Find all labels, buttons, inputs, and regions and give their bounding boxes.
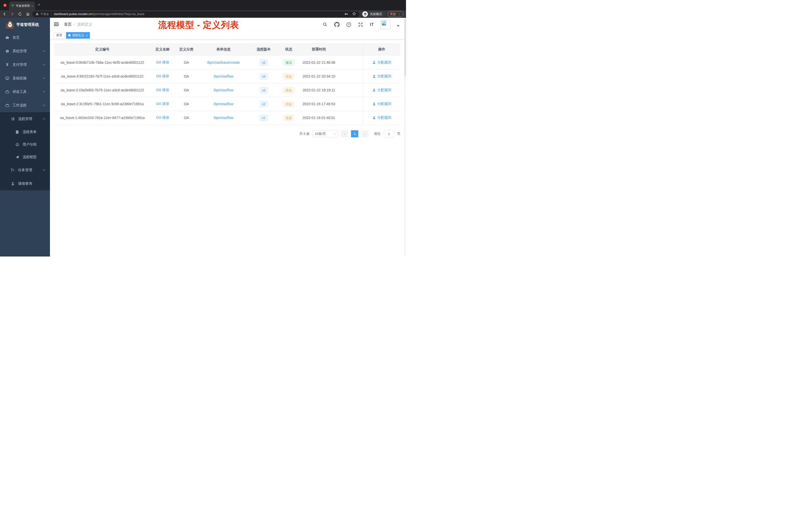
table-row: oa_leave:1:482ec033-762a-11ec-8477-a2380… <box>54 111 401 125</box>
cell-category: OA <box>174 74 198 78</box>
tag-home[interactable]: 首页 <box>54 32 64 39</box>
form-link[interactable]: /bpm/oa/flow <box>213 88 233 92</box>
definition-name-link[interactable]: OA 请假 <box>156 60 169 64</box>
search-icon[interactable] <box>323 22 327 27</box>
sidebar: 芋道管理系统 首页 系统管理 ¥ 支付管理 <box>0 18 50 256</box>
form-link[interactable]: /bpm/oa/flow <box>213 102 233 106</box>
sidebar-item-infrastructure[interactable]: 基础设施 <box>0 71 50 85</box>
chevron-down-icon <box>43 50 45 52</box>
favicon-seedling-icon <box>11 4 14 8</box>
sidebar-item-process-management[interactable]: 流程管理 <box>0 112 50 126</box>
assign-rule-button[interactable]: 分配规则 <box>372 74 392 79</box>
definition-name-link[interactable]: OA 请假 <box>156 74 169 78</box>
sidebar-logo-row[interactable]: 芋道管理系统 <box>0 18 50 31</box>
assign-rule-button[interactable]: 分配规则 <box>372 116 392 120</box>
browser-toolbar: 不安全 dashboard.yudao.iocoder.cn/bpm/manag… <box>0 10 406 18</box>
browser-tab[interactable]: 芋道管理系统 × <box>9 1 35 10</box>
sidebar-item-process-form[interactable]: 流程表单 <box>0 126 50 138</box>
home-icon[interactable] <box>26 12 30 16</box>
form-link[interactable]: /bpm/oa/leave/create <box>207 60 240 64</box>
monitor-icon <box>5 76 9 80</box>
bookmark-star-icon[interactable] <box>352 11 356 17</box>
sidebar-item-label: 工作流程 <box>12 103 27 108</box>
forward-icon[interactable] <box>10 12 14 16</box>
definition-name-link[interactable]: OA 请假 <box>156 102 169 105</box>
sidebar-item-home[interactable]: 首页 <box>0 31 50 44</box>
avatar[interactable] <box>381 20 390 29</box>
page-scrollbar[interactable] <box>404 18 406 256</box>
cell-definition-id: oa_leave:4:991f2193-7b7f-11ec-a3c8-acde4… <box>54 74 151 78</box>
col-header-process-version: 流程版本 <box>249 47 279 52</box>
sidebar-item-leave-query[interactable]: 请假查询 <box>0 177 50 190</box>
pagination-total: 共 5 条 <box>299 131 310 136</box>
tag-label: 首页 <box>56 33 62 37</box>
chevron-down-icon <box>43 77 45 79</box>
back-icon[interactable] <box>2 12 6 16</box>
breadcrumb-home[interactable]: 首页 <box>64 22 71 27</box>
flow-icon <box>11 168 15 172</box>
question-icon[interactable]: ? <box>346 22 351 27</box>
url-text[interactable]: dashboard.yudao.iocoder.cn/bpm/manager/d… <box>54 12 145 16</box>
sidebar-item-workflow[interactable]: 工作流程 <box>0 99 50 112</box>
annotation-title: 流程模型 - 定义列表 <box>158 19 239 31</box>
incognito-icon <box>362 11 368 17</box>
version-badge: v3 <box>259 87 268 93</box>
form-link[interactable]: /bpm/oa/flow <box>213 74 233 78</box>
definition-name-link[interactable]: OA 请假 <box>156 116 169 119</box>
page-size-select[interactable]: 10条/页 <box>313 130 338 137</box>
form-link[interactable]: /bpm/oa/flow <box>213 116 233 120</box>
chevron-down-icon <box>334 132 336 134</box>
cell-deploy-time: 2022-01-16 17:46:53 <box>299 102 339 106</box>
col-header-deploy-time: 部署时间 <box>299 47 339 52</box>
sidebar-item-dev-tools[interactable]: 研发工具 <box>0 85 50 99</box>
assign-rule-button[interactable]: 分配规则 <box>372 102 392 106</box>
version-badge: v2 <box>259 101 268 107</box>
status-badge: 挂起 <box>283 115 294 121</box>
github-icon[interactable] <box>334 22 340 27</box>
user-icon <box>11 182 15 186</box>
avatar-caret-down-icon[interactable] <box>397 25 400 27</box>
breadcrumb-current: 流程定义 <box>77 22 92 27</box>
tag-close-icon[interactable]: × <box>86 34 88 37</box>
cell-deploy-time: 2022-01-16 01:40:51 <box>299 116 339 120</box>
cell-definition-id: oa_leave:3:1fad3d93-7b75-11ec-a3c8-acde4… <box>54 88 151 92</box>
goto-label: 前往 <box>374 131 381 136</box>
table-row: oa_leave:2:3c1f0ef1-76b1-11ec-9c66-a2380… <box>54 97 401 111</box>
fullscreen-icon[interactable] <box>358 22 363 27</box>
scrollbar-thumb[interactable] <box>405 19 406 76</box>
hamburger-icon[interactable] <box>54 22 58 27</box>
assign-rule-button[interactable]: 分配规则 <box>372 88 392 92</box>
close-window-button[interactable] <box>3 4 6 7</box>
col-header-definition-name: 定义名称 <box>151 47 174 52</box>
security-warning-icon[interactable] <box>35 12 39 16</box>
sidebar-item-process-model[interactable]: 流程模型 <box>0 151 50 163</box>
prev-page-button[interactable]: ‹ <box>341 130 348 137</box>
tag-process-definition[interactable]: 流程定义 × <box>66 32 90 39</box>
cell-definition-id: oa_leave:2:3c1f0ef1-76b1-11ec-9c66-a2380… <box>54 102 151 106</box>
sidebar-item-label: 研发工具 <box>12 90 27 94</box>
tab-close-icon[interactable]: × <box>32 4 33 7</box>
sidebar-item-system[interactable]: 系统管理 <box>0 44 50 58</box>
page-unit-label: 页 <box>397 131 401 136</box>
cell-definition-id: oa_leave:5:004b710b-7b8a-11ec-8ef0-acde4… <box>54 60 151 64</box>
next-page-button[interactable]: › <box>361 130 369 137</box>
app-title: 芋道管理系统 <box>16 22 39 27</box>
sidebar-item-user-group[interactable]: 用户分组 <box>0 138 50 151</box>
definition-name-link[interactable]: OA 请假 <box>156 88 169 92</box>
sidebar-item-task-management[interactable]: 任务管理 <box>0 163 50 177</box>
goto-page-input[interactable] <box>384 130 394 137</box>
password-key-icon[interactable] <box>344 11 348 17</box>
tab-title: 芋道管理系统 <box>16 4 30 8</box>
current-page-button[interactable]: 1 <box>351 130 358 137</box>
reload-icon[interactable] <box>18 12 22 16</box>
dashboard-icon <box>5 36 9 40</box>
tags-bar: 首页 流程定义 × <box>50 31 404 40</box>
new-tab-button[interactable]: + <box>38 2 40 7</box>
security-label[interactable]: 不安全 <box>40 12 49 16</box>
browser-update-button[interactable]: 更新 ⋮ <box>387 11 404 17</box>
url-bar[interactable]: 不安全 dashboard.yudao.iocoder.cn/bpm/manag… <box>32 11 359 17</box>
sidebar-item-payment[interactable]: ¥ 支付管理 <box>0 58 50 71</box>
assign-rule-button[interactable]: 分配规则 <box>372 60 392 65</box>
browser-menu-dots-icon[interactable]: ⋮ <box>398 12 401 16</box>
font-size-icon[interactable]: tT <box>370 22 374 27</box>
